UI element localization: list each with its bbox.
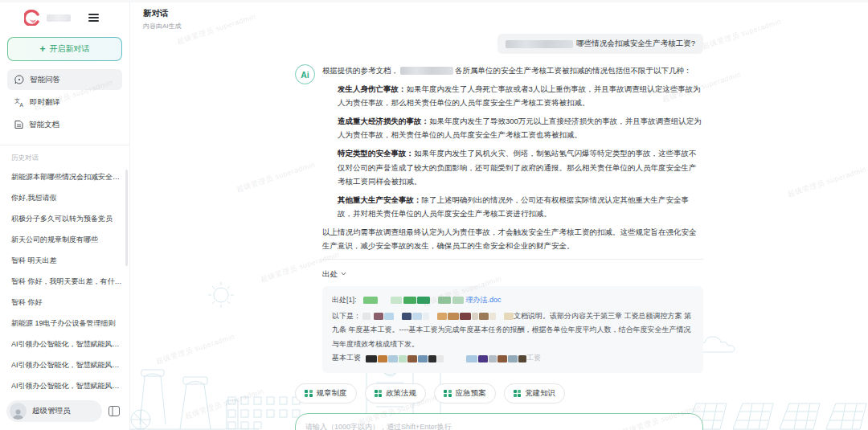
redacted-block — [366, 355, 377, 362]
category-pill[interactable]: 党建知识 — [504, 383, 566, 403]
history-item[interactable]: 新能源 19电子办公设备管理细则 — [11, 313, 123, 334]
app-name-redacted — [47, 14, 71, 22]
redacted-block — [448, 313, 459, 320]
user-profile[interactable]: 超级管理员 — [6, 400, 102, 422]
redacted-block — [518, 355, 526, 362]
ai-point: 特定类型的安全事故：如果年度内发生了风机火灾、倒塔，制氢站氢气闪爆等特定类型的事… — [338, 146, 703, 187]
redacted-block — [438, 297, 451, 304]
ai-message-body: 根据提供的参考文档，各所属单位的安全生产考核工资被扣减的情况包括但不限于以下几种… — [322, 63, 703, 373]
composer: 本地搜索 联网搜索 — [295, 413, 703, 430]
category-pill[interactable]: 应急预案 — [434, 383, 496, 403]
redacted-block — [407, 355, 417, 362]
history-list: 新能源本部哪些情况会扣减安全生产考核工资 你好,我想请假 积极分子多久可以转为预… — [0, 166, 129, 394]
sidebar-menu: 智能问答 文 A 即时翻译 智能文档 — [0, 69, 129, 145]
source-tail-row: 基本工资 — [332, 351, 694, 366]
redacted-block — [363, 297, 378, 304]
redacted-block — [391, 297, 402, 304]
sidebar-item-label: 智能文档 — [29, 120, 59, 130]
ai-closing: 以上情况均需事故调查组最终认定为人为责任事故，才会触发安全生产考核工资的扣减。这… — [322, 225, 703, 252]
redacted-block — [479, 313, 489, 320]
sidebar-collapse-icon[interactable] — [108, 406, 120, 416]
ai-message-row: Ai 根据提供的参考文档，各所属单位的安全生产考核工资被扣减的情况包括但不限于以… — [295, 63, 703, 373]
history-item[interactable]: AI引领办公智能化，智慧赋能风电高效发展 — [11, 354, 123, 375]
redacted-text — [400, 67, 453, 75]
redacted-block — [384, 313, 394, 320]
history-item[interactable]: AI引领办公智能化，智慧赋能风电高效发展 — [11, 375, 123, 394]
grid-icon — [375, 390, 383, 398]
redacted-block — [428, 355, 436, 362]
top-strip — [0, 0, 868, 2]
user-message-bubble: 哪些情况会扣减安全生产考核工资? — [497, 34, 703, 54]
source-doc-link[interactable]: 理办法.doc — [466, 293, 502, 308]
redacted-block — [466, 355, 477, 362]
message-input[interactable] — [305, 422, 693, 430]
user-avatar — [10, 403, 27, 420]
new-chat-label: 开启新对话 — [50, 43, 90, 55]
user-name: 超级管理员 — [32, 406, 71, 416]
redacted-block — [399, 355, 407, 362]
new-chat-button[interactable]: + 开启新对话 — [7, 37, 122, 61]
redacted-block — [489, 355, 497, 362]
user-row: 超级管理员 — [0, 394, 129, 430]
source-description: 以下是：文档说明。该部分内容关于第三章 工资总额调控方案 第九条 年度基本工资。… — [332, 309, 694, 352]
grid-icon — [514, 390, 522, 398]
svg-text:A: A — [20, 102, 24, 108]
redacted-block — [497, 355, 507, 362]
grid-icon — [305, 390, 313, 398]
chat-bubble-icon — [14, 75, 24, 84]
redacted-block — [412, 313, 422, 320]
redacted-block — [418, 355, 428, 362]
source-box: 出处[1]: — [322, 286, 703, 373]
redacted-block — [437, 313, 447, 320]
history-item[interactable]: 新天公司的规章制度有哪些 — [11, 229, 123, 250]
category-pills: 规章制度 政策法规 应急预案 党建知识 — [295, 383, 703, 403]
source-toggle[interactable]: 出处 — [322, 267, 703, 281]
category-pill[interactable]: 政策法规 — [365, 383, 427, 403]
sidebar-item-label: 智能问答 — [30, 75, 60, 85]
app-logo-icon — [24, 10, 40, 26]
history-scrollbar[interactable] — [125, 170, 128, 266]
redacted-block — [388, 355, 398, 362]
menu-hamburger-icon[interactable] — [88, 14, 99, 23]
ai-avatar: Ai — [295, 64, 315, 84]
redacted-block — [362, 313, 371, 320]
sidebar-item-translate[interactable]: 文 A 即时翻译 — [7, 92, 122, 113]
history-item[interactable]: 智科 你好，我明天要出差，有什么需要准备 — [11, 271, 123, 292]
history-item[interactable]: AI引领办公智能化，智慧赋能风电高效发展 — [11, 334, 123, 354]
plus-icon: + — [39, 44, 45, 54]
history-item[interactable]: 智科 你好 — [11, 292, 123, 313]
redacted-block — [504, 313, 514, 320]
document-icon — [14, 120, 23, 129]
history-item[interactable]: 你好,我想请假 — [11, 187, 123, 208]
redacted-block — [489, 313, 496, 320]
ai-intro: 根据提供的参考文档，各所属单位的安全生产考核工资被扣减的情况包括但不限于以下几种… — [322, 63, 703, 77]
sidebar-item-qa[interactable]: 智能问答 — [7, 69, 122, 90]
ai-disclaimer: 内容由AI生成 — [143, 22, 855, 31]
redacted-block — [378, 355, 387, 362]
redacted-text — [506, 40, 573, 48]
history-item[interactable]: 智科 明天出差 — [11, 250, 123, 271]
redacted-block — [423, 313, 429, 320]
chevron-down-icon — [341, 272, 346, 276]
history-item[interactable]: 积极分子多久可以转为预备党员 — [11, 208, 123, 229]
source-reference-row: 出处[1]: — [332, 293, 694, 308]
ai-points: 发生人身伤亡事故：如果年度内发生了人身死亡事故或者3人以上重伤事故，并且事故调查… — [322, 82, 703, 220]
redacted-block — [374, 313, 383, 320]
grid-icon — [444, 390, 452, 398]
history-item[interactable]: 新能源本部哪些情况会扣减安全生产考核工资 — [11, 166, 123, 187]
redacted-block — [402, 313, 411, 320]
redacted-block — [460, 313, 471, 320]
source-ref-label: 出处[1]: — [332, 293, 357, 308]
sidebar-item-docs[interactable]: 智能文档 — [7, 114, 122, 135]
main-header: 新对话 内容由AI生成 — [130, 0, 868, 32]
ai-point: 其他重大生产安全事故：除了上述明确列出的情况外，公司还有权根据实际情况认定其他重… — [338, 193, 703, 220]
redacted-block — [478, 355, 488, 362]
redacted-block — [508, 355, 518, 362]
ai-point: 发生人身伤亡事故：如果年度内发生了人身死亡事故或者3人以上重伤事故，并且事故调查… — [338, 82, 703, 109]
sidebar: + 开启新对话 智能问答 文 A 即时翻译 — [0, 0, 130, 430]
user-message-text: 哪些情况会扣减安全生产考核工资? — [576, 39, 695, 49]
redacted-block — [417, 297, 430, 304]
category-pill[interactable]: 规章制度 — [295, 383, 357, 403]
divider — [322, 259, 703, 260]
user-message-row: 哪些情况会扣减安全生产考核工资? — [295, 34, 703, 54]
